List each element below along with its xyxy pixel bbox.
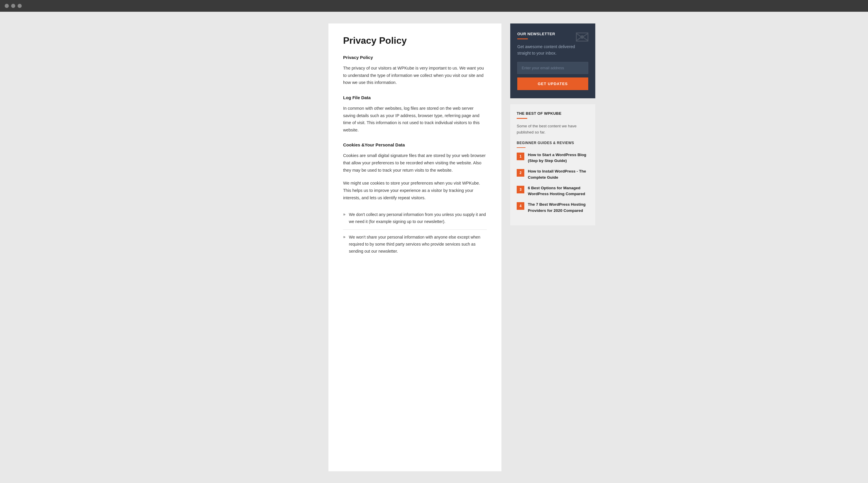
section3-heading: Cookies &Your Personal Data <box>343 142 487 147</box>
guide-title-3: 6 Best Options for Managed WordPress Hos… <box>528 185 589 197</box>
window-dot-close[interactable] <box>5 4 9 8</box>
arrow-icon-2: » <box>343 234 345 239</box>
right-sidebar: ✉ OUR NEWSLETTER Get awesome content del… <box>510 24 595 471</box>
section4-body: We might use cookies to store your prefe… <box>343 179 487 201</box>
section1-heading: Privacy Policy <box>343 55 487 60</box>
guide-item-4[interactable]: 4 The 7 Best WordPress Hosting Providers… <box>517 202 589 214</box>
list-item-1-text: We don't collect any personal informatio… <box>349 211 487 225</box>
arrow-icon-1: » <box>343 212 345 217</box>
guide-item-1[interactable]: 1 How to Start a WordPress Blog (Step by… <box>517 152 589 164</box>
guide-item-3[interactable]: 3 6 Best Options for Managed WordPress H… <box>517 185 589 197</box>
best-of-title-underline <box>517 118 527 119</box>
email-input[interactable] <box>517 62 588 74</box>
guide-title-4: The 7 Best WordPress Hosting Providers f… <box>528 202 589 214</box>
page-wrapper: Privacy Policy Privacy Policy The privac… <box>0 12 868 483</box>
newsletter-envelope-icon: ✉ <box>575 27 589 48</box>
guide-number-3: 3 <box>517 186 524 193</box>
guide-title-2: How to Install WordPress - The Complete … <box>528 168 589 180</box>
left-spacer <box>273 24 320 471</box>
category-label: BEGINNER GUIDES & REVIEWS <box>517 141 589 145</box>
newsletter-title-underline <box>517 38 528 39</box>
window-chrome <box>0 0 868 12</box>
guide-number-1: 1 <box>517 152 524 160</box>
bullet-list: » We don't collect any personal informat… <box>343 207 487 259</box>
guide-number-2: 2 <box>517 169 524 177</box>
best-of-title: THE BEST OF WPKUBE <box>517 111 589 116</box>
guide-title-1: How to Start a WordPress Blog (Step by S… <box>528 152 589 164</box>
section1-body: The privacy of our visitors at WPKube is… <box>343 64 487 86</box>
get-updates-button[interactable]: GET UPDATES <box>517 78 588 90</box>
window-dot-maximize[interactable] <box>18 4 22 8</box>
section2-body: In common with other websites, log files… <box>343 105 487 134</box>
guide-number-4: 4 <box>517 202 524 210</box>
best-of-widget: THE BEST OF WPKUBE Some of the best cont… <box>510 104 595 225</box>
newsletter-widget: ✉ OUR NEWSLETTER Get awesome content del… <box>510 24 595 98</box>
category-underline <box>517 147 526 148</box>
main-content: Privacy Policy Privacy Policy The privac… <box>329 24 501 471</box>
guide-item-2[interactable]: 2 How to Install WordPress - The Complet… <box>517 168 589 180</box>
page-title: Privacy Policy <box>343 35 487 46</box>
window-dot-minimize[interactable] <box>11 4 15 8</box>
list-item-1: » We don't collect any personal informat… <box>343 207 487 230</box>
list-item-2: » We won't share your personal informati… <box>343 230 487 259</box>
best-of-description: Some of the best content we have publish… <box>517 123 589 136</box>
section2-heading: Log File Data <box>343 95 487 100</box>
section3-body: Cookies are small digital signature file… <box>343 152 487 174</box>
list-item-2-text: We won't share your personal information… <box>349 234 487 255</box>
content-area: Privacy Policy Privacy Policy The privac… <box>273 24 595 471</box>
